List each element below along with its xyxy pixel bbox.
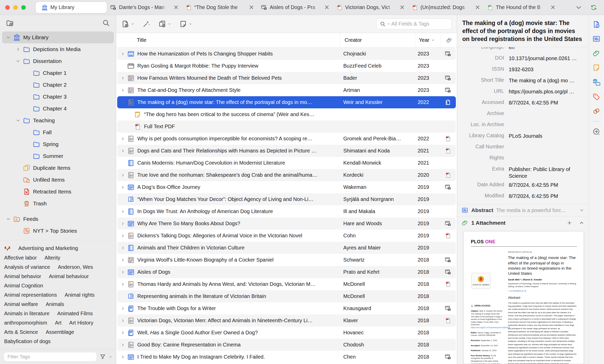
- item-pane-tab-locate[interactable]: [592, 127, 601, 136]
- tag[interactable]: Anderson, Wes: [58, 264, 93, 270]
- field-value[interactable]: https://journals.plos.org/pl …: [509, 88, 586, 95]
- table-row[interactable]: Aisles of DogsPrato and Kehrt2018: [117, 266, 456, 278]
- tag[interactable]: Animal behavior: [4, 273, 41, 279]
- table-row[interactable]: I Tried to Make My Dog an Instagram Cele…: [117, 351, 456, 363]
- add-attachment-plus-icon[interactable]: [567, 220, 572, 226]
- tab-reader[interactable]: (Un)muzzled: Dogs✕: [408, 4, 484, 11]
- tag[interactable]: Affective labor: [4, 255, 37, 261]
- add-by-identifier-button[interactable]: [142, 20, 150, 28]
- sidebar-item-spring[interactable]: Spring: [2, 138, 114, 150]
- tag[interactable]: 🐶: [4, 245, 11, 252]
- chevron-down-icon[interactable]: [579, 208, 584, 213]
- sidebar-item-nyt-top-stories[interactable]: NYT > Top Stories: [2, 225, 114, 237]
- sidebar-item-fall[interactable]: Fall: [2, 126, 114, 138]
- table-row[interactable]: True love and the nonhuman: Shakespeare'…: [117, 169, 456, 181]
- tab-close-button[interactable]: ✕: [324, 4, 330, 11]
- tag[interactable]: Art History: [69, 320, 93, 326]
- table-row[interactable]: The making of a (dog) movie star: The ef…: [117, 96, 456, 108]
- table-row[interactable]: How the Humanization of Pets Is Changing…: [117, 48, 456, 60]
- sidebar-item-dissertation[interactable]: Dissertation: [2, 55, 114, 67]
- twisty[interactable]: [119, 76, 126, 81]
- field-value[interactable]: Publisher: Public Library of Science: [509, 166, 586, 179]
- sidebar-item-chapter-3[interactable]: Chapter 3: [2, 91, 114, 103]
- sidebar-item-summer[interactable]: Summer: [2, 150, 114, 162]
- field-value[interactable]: 8/7/2024, 6:42:55 PM: [509, 99, 586, 106]
- table-row[interactable]: Why is pet goods consumption imperceptib…: [117, 133, 456, 145]
- table-row[interactable]: Well, Has a Single Good Author Ever Owne…: [117, 327, 456, 339]
- twisty[interactable]: [119, 136, 126, 141]
- field-value[interactable]: PLoS Journals: [509, 133, 586, 139]
- tag-filter-input[interactable]: [4, 352, 97, 361]
- table-row[interactable]: In Dogs We Trust: An Anthology of Americ…: [117, 205, 456, 217]
- search-scope-chevron-icon[interactable]: [387, 22, 390, 26]
- tag-filter-chevron-icon[interactable]: [109, 355, 112, 359]
- table-row[interactable]: The Cat-and-Dog Theory of Attachment Sty…: [117, 84, 456, 96]
- item-pane-tab-notes[interactable]: [592, 63, 601, 72]
- sidebar-item-retracted-items[interactable]: Retracted Items: [2, 186, 114, 198]
- field-value[interactable]: 10.1371/journal.pone.0261 …: [509, 55, 586, 62]
- twisty[interactable]: [119, 173, 126, 178]
- tag[interactable]: Animated Films: [57, 311, 93, 317]
- twisty[interactable]: [119, 88, 126, 93]
- item-pane-tab-attachments[interactable]: [592, 49, 601, 58]
- sync-icon[interactable]: [590, 4, 597, 11]
- attachment-preview[interactable]: PLOS ONE Check for updates OPEN ACCESS C…: [463, 231, 584, 364]
- table-row[interactable]: Animals and Their Children in Victorian …: [117, 242, 456, 254]
- attachments-section-header[interactable]: 1 Attachment: [457, 216, 589, 229]
- table-row[interactable]: Representing animals in the literature o…: [117, 290, 456, 302]
- child-item-row[interactable]: “The dog hero has been critical to the s…: [117, 108, 456, 120]
- table-row[interactable]: Why Are There So Many Books About Dogs?H…: [117, 217, 456, 230]
- table-row[interactable]: Ryan Gosling & Margot Robbie: The Puppy …: [117, 60, 456, 72]
- table-row[interactable]: Dogs and Cats and Their Relationships wi…: [117, 145, 456, 157]
- sidebar-item-feeds[interactable]: Feeds: [2, 213, 114, 225]
- field-value[interactable]: The making of a (dog) mo …: [509, 77, 586, 84]
- field-value[interactable]: en: [509, 47, 586, 51]
- window-close-button[interactable]: [5, 5, 10, 10]
- tab-reader[interactable]: “The Dog Stole the ✕: [182, 4, 258, 11]
- tab-close-button[interactable]: ✕: [173, 4, 179, 11]
- sidebar-item-my-library[interactable]: My Library: [2, 31, 114, 43]
- tag[interactable]: Animal welfare: [4, 301, 38, 307]
- twisty[interactable]: [119, 245, 126, 250]
- table-row[interactable]: How Famous Writers Mourned the Death of …: [117, 72, 456, 84]
- twisty[interactable]: [119, 148, 126, 153]
- tag[interactable]: anthropomorphism: [4, 320, 47, 326]
- new-note-button[interactable]: [179, 20, 192, 28]
- field-value[interactable]: 8/7/2024, 6:42:55 PM: [509, 182, 586, 188]
- search-input[interactable]: [391, 21, 448, 27]
- table-row[interactable]: Virginia Woolf's Little-Known Biography …: [117, 254, 456, 266]
- column-header-attachment[interactable]: [441, 33, 457, 47]
- sidebar-item-chapter-2[interactable]: Chapter 2: [2, 79, 114, 91]
- tab-close-button[interactable]: ✕: [399, 4, 405, 11]
- column-header-creator[interactable]: Creator: [340, 33, 415, 47]
- tab-close-button[interactable]: ✕: [474, 4, 481, 11]
- column-header-title[interactable]: Title: [116, 33, 340, 47]
- field-value[interactable]: 8/7/2024, 6:42:55 PM: [509, 193, 586, 199]
- twisty[interactable]: [119, 221, 126, 226]
- twisty[interactable]: [119, 282, 126, 287]
- tag-filter-funnel-icon[interactable]: [99, 353, 106, 360]
- twisty[interactable]: [119, 257, 126, 263]
- sidebar-item-duplicate-items[interactable]: Duplicate Items: [2, 162, 114, 174]
- tab-reader[interactable]: Aisles of Dogs - Pra✕: [258, 4, 333, 11]
- sidebar-item-depictions-in-media[interactable]: Depictions In Media: [2, 43, 114, 55]
- child-item-row[interactable]: Full Text PDF: [117, 120, 456, 133]
- collapse-chevron-icon[interactable]: [579, 220, 584, 226]
- tag[interactable]: Alterity: [44, 255, 60, 261]
- sidebar-item-teaching[interactable]: Teaching: [2, 115, 114, 126]
- table-row[interactable]: The Trouble with Dogs for a WriterKnausg…: [117, 302, 456, 314]
- table-row[interactable]: A Dog’s Box-Office JourneyWakeman2019: [117, 181, 456, 193]
- tab-close-button[interactable]: ✕: [550, 4, 556, 11]
- tag[interactable]: Animal representations: [4, 292, 57, 298]
- tab-my-library[interactable]: My Library: [36, 2, 107, 13]
- item-pane-tab-related[interactable]: [592, 107, 601, 115]
- item-pane-tab-tags[interactable]: [592, 92, 601, 101]
- tag[interactable]: Assemblage: [46, 329, 74, 335]
- twisty[interactable]: [119, 185, 126, 190]
- sidebar-item-trash[interactable]: Trash: [2, 198, 114, 209]
- table-row[interactable]: Good Boy: Canine Representation in Cinem…: [117, 339, 456, 351]
- twisty[interactable]: [119, 51, 126, 56]
- tab-close-button[interactable]: ✕: [248, 4, 255, 11]
- item-pane-tab-info[interactable]: [592, 20, 601, 29]
- twisty[interactable]: [119, 342, 126, 347]
